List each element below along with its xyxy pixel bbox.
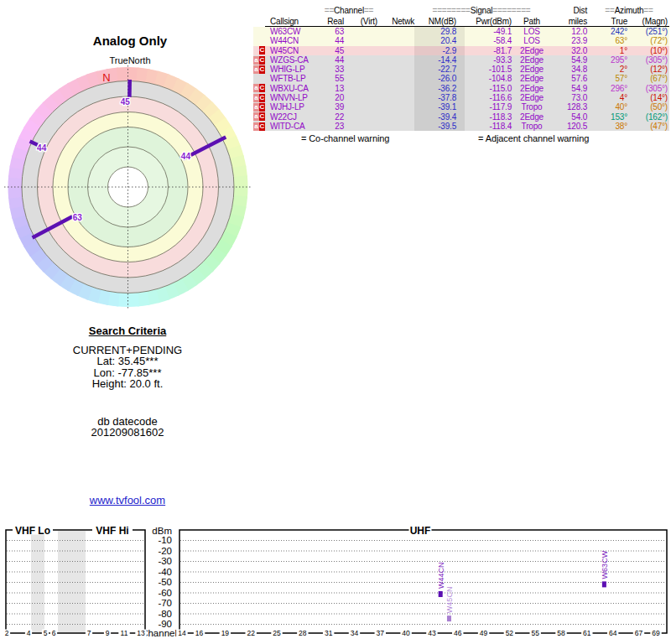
cell-path: LOS [515, 36, 549, 45]
cell-true-azimuth: 242° [589, 27, 629, 36]
col-header-netwk: Netwk [377, 16, 414, 26]
svg-text:9: 9 [106, 629, 110, 637]
col-header-path: Path [515, 16, 549, 26]
co-channel-warning-icon: C [289, 134, 296, 143]
signal-spectrum-chart: VHF LoVHF HiUHFdBm-10-20-30-40-50-60-70-… [0, 524, 671, 644]
cell-virt-channel [344, 74, 377, 83]
cell-network [377, 112, 414, 122]
co-channel-warning-icon: C [259, 122, 265, 131]
cell-pwr-dbm: -58.4 [465, 36, 515, 45]
svg-text:28: 28 [299, 629, 307, 637]
cell-nm-db: -22.7 [414, 65, 465, 74]
cell-callsign: WNVN-LP [265, 93, 320, 102]
cell-miles: 57.6 [549, 74, 589, 83]
svg-text:-30: -30 [158, 556, 172, 566]
svg-text:52: 52 [506, 629, 514, 637]
cell-virt-channel [344, 93, 377, 102]
header-channel-group: ==Channel== [320, 5, 377, 16]
cell-magn-azimuth: (162°) [629, 112, 669, 122]
svg-text:-10: -10 [158, 535, 172, 545]
adjacent-channel-warning-icon: a [253, 112, 259, 121]
svg-text:-40: -40 [158, 567, 172, 577]
table-row: CW45CN45-2.9-81.72Edge32.01°(10°) [253, 46, 669, 55]
cell-callsign: WFTB-LP [265, 74, 320, 83]
cell-magn-azimuth: (305°) [629, 84, 669, 93]
svg-text:-20: -20 [158, 546, 172, 556]
svg-text:-60: -60 [158, 588, 172, 598]
cell-true-azimuth: 153° [589, 112, 629, 122]
svg-text:7: 7 [87, 629, 91, 637]
table-row: aCWITD-CA23-39.5-118.4Tropo120.538°(47°) [253, 122, 669, 131]
cell-network [377, 46, 414, 55]
table-row: aCWJHJ-LP39-39.1-117.9Tropo128.340°(50°) [253, 102, 669, 112]
cell-real-channel: 44 [320, 55, 344, 65]
cell-real-channel: 13 [320, 84, 344, 93]
dbm-gridlines [7, 541, 666, 625]
cell-pwr-dbm: -104.8 [465, 74, 515, 83]
svg-text:16: 16 [195, 629, 204, 637]
co-channel-legend: C = Co-channel warning [289, 133, 389, 143]
station-rows: W63CW6329.8-49.1LOS12.0242°(251°)W44CN44… [253, 27, 669, 131]
col-header-callsign: Callsign [265, 16, 320, 26]
cell-network [377, 102, 414, 112]
table-row: aCWZGS-CA44-14.4-93.32Edge54.9295°(305°) [253, 55, 669, 65]
cell-real-channel: 55 [320, 74, 344, 83]
cell-virt-channel [344, 46, 377, 55]
radar-spoke-label: 45 [121, 97, 131, 106]
cell-network [377, 55, 414, 65]
svg-text:40: 40 [402, 629, 410, 637]
tvfool-report-page: Analog Only TrueNorth N45444463 ==Channe… [0, 0, 671, 644]
cell-network [377, 27, 414, 36]
svg-text:19: 19 [221, 629, 230, 637]
svg-text:11: 11 [121, 629, 128, 637]
cell-miles: 23.9 [549, 36, 589, 45]
co-channel-warning-icon: C [259, 94, 265, 102]
site-link-wrap: www.tvfool.com [0, 494, 255, 506]
north-n-marker: N [102, 71, 110, 84]
cell-miles: 54.9 [549, 55, 589, 65]
co-channel-warning-icon: C [259, 46, 265, 55]
col-header-nm: NM(dB) [414, 16, 465, 26]
cell-magn-azimuth: (14°) [629, 93, 669, 102]
svg-text:58: 58 [557, 629, 565, 637]
svg-text:49: 49 [480, 629, 488, 637]
table-row: aCWNVN-LP20-37.8-116.62Edge73.04°(14°) [253, 93, 669, 102]
cell-real-channel: 45 [320, 46, 344, 55]
cell-pwr-dbm: -49.1 [465, 27, 515, 36]
cell-real-channel: 44 [320, 36, 344, 45]
cell-virt-channel [344, 112, 377, 122]
cell-real-channel: 20 [320, 93, 344, 102]
cell-nm-db: -2.9 [414, 46, 465, 55]
spectrum-shaded-band [31, 531, 44, 632]
cell-miles: 54.9 [549, 84, 589, 93]
cell-magn-azimuth: (12°) [629, 65, 669, 74]
adjacent-channel-warning-icon: a [253, 65, 259, 74]
cell-magn-azimuth: (72°) [629, 36, 669, 45]
table-row: aCWBXU-CA13-36.2-115.02Edge54.9296°(305°… [253, 84, 669, 93]
tvfool-link[interactable]: www.tvfool.com [90, 494, 165, 506]
col-header-magn: (Magn) [629, 16, 669, 26]
cell-real-channel: 23 [320, 122, 344, 131]
svg-text:31: 31 [325, 629, 333, 637]
cell-real-channel: 33 [320, 65, 344, 74]
radar-spoke-label: 63 [73, 213, 83, 222]
cell-virt-channel [344, 27, 377, 36]
cell-callsign: WJHJ-LP [265, 102, 320, 112]
cell-virt-channel [344, 65, 377, 74]
cell-virt-channel [344, 122, 377, 131]
co-channel-warning-icon: C [259, 56, 265, 65]
cell-pwr-dbm: -93.3 [465, 55, 515, 65]
cell-network [377, 36, 414, 45]
svg-text:14: 14 [178, 629, 186, 637]
cell-nm-db: -36.2 [414, 84, 465, 93]
svg-text:64: 64 [609, 629, 617, 637]
cell-path: 2Edge [515, 112, 549, 122]
signal-bars: W44CNW45CNW63CW [437, 550, 609, 621]
header-dist-group: Dist [549, 5, 589, 16]
cell-nm-db: -39.5 [414, 122, 465, 131]
uhf-label: UHF [410, 525, 431, 537]
cell-true-azimuth: 4° [589, 93, 629, 102]
cell-magn-azimuth: (67°) [629, 74, 669, 83]
cell-real-channel: 39 [320, 102, 344, 112]
cell-path: 2Edge [515, 74, 549, 83]
